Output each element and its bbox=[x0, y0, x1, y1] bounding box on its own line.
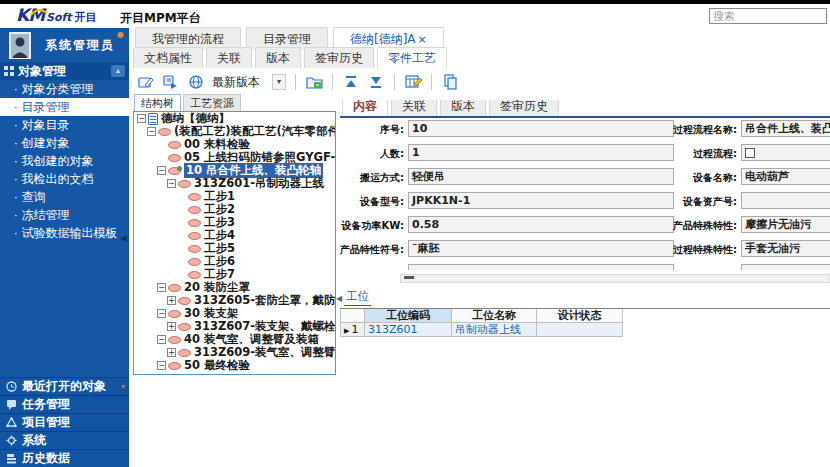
column-header-station-name[interactable]: 工位名称 bbox=[452, 309, 537, 323]
expand-node-icon[interactable]: + bbox=[167, 322, 176, 331]
sidebar-item-recent-objects[interactable]: 最近打开的对象 ▾ bbox=[0, 377, 129, 395]
tab-approval-history[interactable]: 签审历史 bbox=[304, 47, 374, 68]
process-flow-name-field[interactable]: 吊合件上线、装凸轮轴 bbox=[741, 120, 830, 137]
tree-node-322z313[interactable]: +322Z313 bbox=[134, 372, 335, 375]
tab-detail-approval-history[interactable]: 签审历史 bbox=[489, 100, 559, 116]
equipment-model-field[interactable]: JPKK1N-1 bbox=[408, 192, 674, 209]
section-collapse-icon[interactable]: ▴ bbox=[111, 65, 125, 77]
sidebar-item-object-catalog[interactable]: ·对象目录 bbox=[0, 116, 129, 134]
station-tab[interactable]: 工位 bbox=[344, 289, 371, 306]
sidebar-item-label: 试验数据输出模板 bbox=[22, 226, 118, 240]
recent-dropdown-icon[interactable]: ▾ bbox=[121, 382, 125, 391]
expand-node-icon[interactable]: + bbox=[167, 374, 176, 375]
scrollbar-thumb[interactable] bbox=[404, 276, 414, 279]
clock-icon bbox=[6, 381, 17, 392]
tab-detail-relations[interactable]: 关联 bbox=[391, 100, 437, 116]
content-area: 结构树 工艺资源 −德纳【德纳】 −(装配工艺)装配工艺(汽车零部件) 00 来… bbox=[133, 96, 830, 467]
sidebar-item-create-object[interactable]: ·创建对象 bbox=[0, 134, 129, 152]
search-input[interactable] bbox=[709, 8, 827, 24]
process-special-characteristic-field[interactable]: 手套无油污 bbox=[741, 240, 830, 257]
form-row: 人数: 1 过程流程: bbox=[340, 142, 830, 166]
expand-node-icon[interactable]: + bbox=[167, 296, 176, 305]
bullet-icon: · bbox=[14, 173, 18, 186]
form-horizontal-scrollbar[interactable] bbox=[400, 274, 830, 283]
scroll-to-top-icon[interactable] bbox=[342, 73, 360, 91]
process-flow-field[interactable] bbox=[741, 144, 830, 161]
sidebar-item-task-management[interactable]: 任务管理 bbox=[0, 395, 129, 413]
sidebar-item-object-classification[interactable]: ·对象分类管理 bbox=[0, 80, 129, 98]
close-icon[interactable]: × bbox=[418, 33, 427, 46]
clipped-field[interactable] bbox=[408, 264, 674, 270]
product-characteristic-symbol-field[interactable]: ˉ麻胚 bbox=[408, 240, 674, 257]
sidebar-item-project-management[interactable]: 项目管理 bbox=[0, 413, 129, 431]
sidebar-item-test-data-template[interactable]: ·试验数据输出模板 bbox=[0, 224, 129, 242]
import-folder-icon[interactable] bbox=[305, 73, 323, 91]
edit-table-icon[interactable] bbox=[404, 73, 422, 91]
tab-process-resources[interactable]: 工艺资源 bbox=[183, 94, 241, 111]
collapse-node-icon[interactable]: − bbox=[157, 283, 166, 292]
document-icon bbox=[148, 113, 158, 125]
tab-label: 版本 bbox=[266, 51, 290, 65]
export-database-icon[interactable] bbox=[162, 73, 180, 91]
tab-part-process[interactable]: 零件工艺 bbox=[377, 47, 447, 68]
sidebar-item-freeze-management[interactable]: ·冻结管理 bbox=[0, 206, 129, 224]
sidebar-item-my-created-objects[interactable]: ·我创建的对象 bbox=[0, 152, 129, 170]
sidebar-collapse-icon[interactable]: ◀ bbox=[120, 233, 127, 243]
tab-detail-versions[interactable]: 版本 bbox=[440, 100, 486, 116]
equipment-name-field[interactable]: 电动葫芦 bbox=[741, 168, 830, 185]
sidebar-item-my-checked-out-docs[interactable]: ·我检出的文档 bbox=[0, 170, 129, 188]
station-code-cell[interactable]: 313Z601 bbox=[365, 323, 452, 337]
expand-node-icon[interactable]: + bbox=[167, 348, 176, 357]
bullet-icon: · bbox=[14, 155, 18, 168]
form-row: 搬运方式: 轻便吊 设备名称: 电动葫芦 bbox=[340, 166, 830, 190]
station-name-cell[interactable]: 吊制动器上线 bbox=[452, 323, 537, 337]
equipment-asset-no-field[interactable] bbox=[741, 192, 830, 209]
row-selector-header bbox=[340, 309, 365, 323]
chevron-down-icon[interactable]: ▾ bbox=[272, 74, 286, 90]
assembly-icon bbox=[178, 375, 191, 376]
tab-versions[interactable]: 版本 bbox=[255, 47, 301, 68]
design-status-cell[interactable] bbox=[537, 323, 623, 337]
handling-method-field[interactable]: 轻便吊 bbox=[408, 168, 674, 185]
collapse-node-icon[interactable]: − bbox=[147, 127, 156, 136]
sidebar-item-catalog-management[interactable]: ·目录管理 bbox=[0, 98, 129, 116]
sidebar-item-query[interactable]: ·查询 bbox=[0, 188, 129, 206]
version-select[interactable]: 最新版本 ▾ bbox=[212, 74, 286, 91]
collapse-node-icon[interactable]: − bbox=[157, 361, 166, 370]
checkbox-unchecked-icon[interactable] bbox=[745, 148, 755, 158]
clipped-field[interactable] bbox=[741, 264, 830, 270]
tab-document-properties[interactable]: 文档属性 bbox=[133, 47, 203, 68]
column-header-design-status[interactable]: 设计状态 bbox=[537, 309, 623, 323]
station-table-row[interactable]: ▶1 313Z601 吊制动器上线 bbox=[340, 323, 830, 337]
collapse-node-icon[interactable]: − bbox=[157, 166, 166, 175]
sidebar-item-history-data[interactable]: 历史数据 bbox=[0, 449, 129, 467]
process-toolbar: 最新版本 ▾ bbox=[129, 68, 830, 96]
mpm-application-window: KM Soft 开目 开目MPM平台 ● 系统管理员 对象管理 ▴ bbox=[0, 0, 830, 467]
app-title: 开目MPM平台 bbox=[120, 10, 201, 27]
sidebar-item-label: 目录管理 bbox=[22, 100, 70, 114]
tab-relations[interactable]: 关联 bbox=[206, 47, 252, 68]
edit-document-icon[interactable] bbox=[137, 73, 155, 91]
row-selector-cell[interactable]: ▶1 bbox=[340, 323, 365, 337]
collapse-node-icon[interactable]: − bbox=[157, 309, 166, 318]
tab-content[interactable]: 内容 bbox=[342, 100, 388, 116]
row-marker-icon: ▶ bbox=[344, 327, 349, 335]
people-count-field[interactable]: 1 bbox=[408, 144, 674, 161]
expander-placeholder bbox=[177, 270, 186, 279]
scroll-to-bottom-icon[interactable] bbox=[367, 73, 385, 91]
bottom-item-label: 项目管理 bbox=[22, 414, 70, 431]
column-header-station-code[interactable]: 工位编码 bbox=[365, 309, 452, 323]
tree-node-op50[interactable]: −50 最终检验 bbox=[134, 359, 335, 372]
seq-number-field[interactable]: 10 bbox=[408, 120, 674, 137]
pin-icon[interactable]: ● bbox=[117, 30, 124, 39]
collapse-node-icon[interactable]: − bbox=[137, 114, 146, 123]
globe-icon[interactable] bbox=[187, 73, 205, 91]
sidebar-item-system[interactable]: 系统 bbox=[0, 431, 129, 449]
collapse-node-icon[interactable]: − bbox=[157, 335, 166, 344]
sidebar-section-object-management[interactable]: 对象管理 ▴ bbox=[0, 62, 129, 80]
tab-structure-tree[interactable]: 结构树 bbox=[134, 94, 181, 111]
copy-document-icon[interactable] bbox=[441, 73, 459, 91]
equipment-power-field[interactable]: 0.58 bbox=[408, 216, 674, 233]
collapse-node-icon[interactable]: − bbox=[167, 179, 176, 188]
product-special-characteristic-field[interactable]: 摩擦片无油污 bbox=[741, 216, 830, 233]
